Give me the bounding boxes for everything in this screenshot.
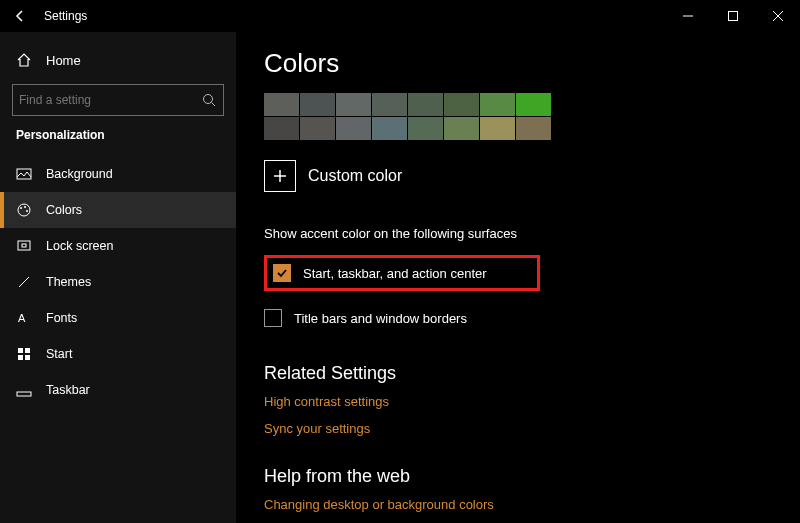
nav-label: Themes xyxy=(46,275,91,289)
nav-label: Lock screen xyxy=(46,239,113,253)
sidebar-item-lockscreen[interactable]: Lock screen xyxy=(0,228,236,264)
color-swatch[interactable] xyxy=(336,117,371,140)
page-title: Colors xyxy=(264,48,800,79)
svg-rect-13 xyxy=(25,348,30,353)
nav-label: Background xyxy=(46,167,113,181)
link-sync-settings[interactable]: Sync your settings xyxy=(264,421,800,436)
sidebar-item-fonts[interactable]: A Fonts xyxy=(0,300,236,336)
color-swatch[interactable] xyxy=(300,93,335,116)
checkbox-icon xyxy=(273,264,291,282)
color-swatch[interactable] xyxy=(336,93,371,116)
search-input[interactable] xyxy=(19,93,201,107)
search-icon xyxy=(201,92,217,108)
svg-point-8 xyxy=(26,210,28,212)
color-swatch[interactable] xyxy=(372,93,407,116)
color-swatch[interactable] xyxy=(264,117,299,140)
window-controls xyxy=(665,0,800,32)
nav-label: Taskbar xyxy=(46,383,90,397)
accent-section-title: Show accent color on the following surfa… xyxy=(264,226,800,241)
taskbar-icon xyxy=(16,382,32,398)
sidebar-item-start[interactable]: Start xyxy=(0,336,236,372)
svg-rect-10 xyxy=(22,244,26,247)
close-button[interactable] xyxy=(755,0,800,32)
color-swatch[interactable] xyxy=(516,93,551,116)
titlebar: Settings xyxy=(0,0,800,32)
svg-rect-9 xyxy=(18,241,30,250)
brush-icon xyxy=(16,274,32,290)
window-title: Settings xyxy=(44,9,665,23)
svg-rect-1 xyxy=(728,12,737,21)
sidebar: Home Personalization Background Colors L… xyxy=(0,32,236,523)
back-button[interactable] xyxy=(10,6,30,26)
color-swatch[interactable] xyxy=(480,93,515,116)
color-swatch[interactable] xyxy=(408,117,443,140)
svg-point-2 xyxy=(204,95,213,104)
sidebar-item-background[interactable]: Background xyxy=(0,156,236,192)
svg-rect-15 xyxy=(25,355,30,360)
svg-point-7 xyxy=(24,206,26,208)
nav-label: Start xyxy=(46,347,72,361)
sidebar-item-themes[interactable]: Themes xyxy=(0,264,236,300)
checkbox-label: Title bars and window borders xyxy=(294,311,467,326)
start-icon xyxy=(16,346,32,362)
link-help-desktop-colors[interactable]: Changing desktop or background colors xyxy=(264,497,800,512)
color-swatch[interactable] xyxy=(444,117,479,140)
color-swatches xyxy=(264,93,800,140)
sidebar-item-taskbar[interactable]: Taskbar xyxy=(0,372,236,408)
main-pane: Colors Custom color Show accent color on… xyxy=(236,32,800,523)
checkbox-start-taskbar[interactable]: Start, taskbar, and action center xyxy=(273,264,487,282)
home-label: Home xyxy=(46,53,81,68)
checkbox-title-bars[interactable]: Title bars and window borders xyxy=(264,303,800,333)
custom-color-label: Custom color xyxy=(308,167,402,185)
color-swatch[interactable] xyxy=(300,117,335,140)
lock-icon xyxy=(16,238,32,254)
minimize-button[interactable] xyxy=(665,0,710,32)
highlight-box: Start, taskbar, and action center xyxy=(264,255,540,291)
nav-label: Colors xyxy=(46,203,82,217)
svg-rect-16 xyxy=(17,392,31,396)
home-icon xyxy=(16,52,32,68)
custom-color-button[interactable] xyxy=(264,160,296,192)
color-swatch[interactable] xyxy=(516,117,551,140)
nav-list: Background Colors Lock screen Themes A F… xyxy=(0,156,236,408)
sidebar-item-colors[interactable]: Colors xyxy=(0,192,236,228)
nav-label: Fonts xyxy=(46,311,77,325)
checkbox-label: Start, taskbar, and action center xyxy=(303,266,487,281)
svg-rect-12 xyxy=(18,348,23,353)
picture-icon xyxy=(16,166,32,182)
search-box[interactable] xyxy=(12,84,224,116)
color-swatch[interactable] xyxy=(480,117,515,140)
svg-line-3 xyxy=(212,103,216,107)
color-swatch[interactable] xyxy=(264,93,299,116)
font-icon: A xyxy=(16,310,32,326)
svg-rect-14 xyxy=(18,355,23,360)
svg-point-6 xyxy=(20,207,22,209)
checkbox-icon xyxy=(264,309,282,327)
link-high-contrast[interactable]: High contrast settings xyxy=(264,394,800,409)
help-heading: Help from the web xyxy=(264,466,800,487)
color-swatch[interactable] xyxy=(444,93,479,116)
related-heading: Related Settings xyxy=(264,363,800,384)
color-swatch[interactable] xyxy=(372,117,407,140)
svg-point-5 xyxy=(18,204,30,216)
color-swatch[interactable] xyxy=(408,93,443,116)
category-label: Personalization xyxy=(0,128,236,156)
maximize-button[interactable] xyxy=(710,0,755,32)
svg-text:A: A xyxy=(18,312,26,324)
palette-icon xyxy=(16,202,32,218)
home-button[interactable]: Home xyxy=(0,44,236,76)
